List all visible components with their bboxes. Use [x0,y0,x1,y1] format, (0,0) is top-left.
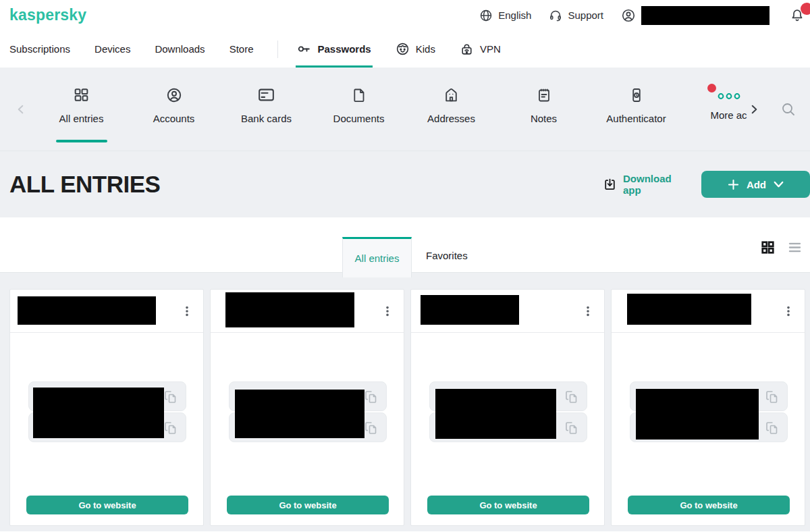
card-header [10,290,203,333]
category-more[interactable]: More ac [682,68,775,151]
card-header [411,290,604,333]
nav-subscriptions[interactable]: Subscriptions [9,30,70,68]
download-app-link[interactable]: Download app [603,173,685,196]
category-addresses[interactable]: Addresses [405,68,497,151]
tab-favorites[interactable]: Favorites [426,237,468,274]
nav-store[interactable]: Store [230,30,254,68]
copy-button[interactable] [161,388,180,406]
scroll-left-button[interactable] [15,103,27,115]
nav-label: Kids [416,43,435,55]
category-label: Addresses [427,113,475,124]
tab-label: Favorites [426,250,468,261]
nav-label: VPN [480,43,501,55]
copy-button[interactable] [161,419,180,437]
category-label: More ac [710,109,747,121]
category-all-entries[interactable]: All entries [35,68,128,151]
key-icon [297,42,311,56]
redacted-title [421,295,519,325]
redacted-values [235,390,364,438]
page-heading-section: ALL ENTRIES Download app Add [0,151,810,217]
download-icon [603,178,617,192]
redacted-title [225,292,354,327]
copy-button[interactable] [362,388,381,406]
card-menu-button[interactable] [779,302,798,321]
account-icon [165,86,183,104]
category-authenticator[interactable]: Authenticator [590,68,682,151]
category-accounts[interactable]: Accounts [128,68,220,151]
entry-card: Go to website [611,289,805,526]
page-title: ALL ENTRIES [9,171,160,198]
nav-devices[interactable]: Devices [94,30,130,68]
category-documents[interactable]: Documents [313,68,405,151]
nav-downloads[interactable]: Downloads [155,30,205,68]
support-label: Support [568,9,603,21]
search-button[interactable] [780,101,796,117]
go-to-website-button[interactable]: Go to website [628,496,790,514]
scroll-right-button[interactable] [748,103,760,115]
copy-button[interactable] [763,419,782,437]
go-to-website-button[interactable]: Go to website [26,496,188,514]
copy-icon [764,420,780,436]
card-menu-button[interactable] [578,302,597,321]
notifications-button[interactable] [790,8,805,23]
kebab-icon [181,305,193,317]
vpn-lock-icon [460,42,474,56]
account-menu[interactable] [621,6,770,25]
redacted-values [636,389,759,440]
copy-icon [564,389,580,405]
support-link[interactable]: Support [549,9,603,22]
redacted-values [33,388,164,438]
copy-button[interactable] [362,419,381,437]
entry-card: Go to website [210,289,404,526]
notification-badge [801,3,810,15]
language-selector[interactable]: English [479,9,531,22]
grid-view-button[interactable] [761,240,775,255]
nav-kids[interactable]: Kids [396,30,435,68]
entries-content: Go to website Go to website [0,273,810,531]
kaspersky-passwords-page: kaspersky English Support Subscriptions … [0,0,810,532]
entry-card: Go to website [9,289,204,526]
card-menu-button[interactable] [178,302,196,321]
go-to-website-button[interactable]: Go to website [227,496,389,514]
category-bank-cards[interactable]: Bank cards [220,68,313,151]
redacted-account-name [641,6,770,25]
go-to-website-button[interactable]: Go to website [427,496,589,514]
category-label: Bank cards [241,113,292,124]
copy-icon [163,389,179,405]
grid-view-icon [761,240,775,255]
redacted-title [18,296,156,325]
chevron-down-icon [774,181,784,188]
entry-card: Go to website [410,289,605,526]
nav-passwords[interactable]: Passwords [297,30,371,68]
redacted-title [627,294,751,325]
nav-label: Passwords [317,43,371,55]
nav-vpn[interactable]: VPN [460,30,501,68]
nav-label: Devices [94,43,130,55]
card-header [211,290,404,333]
kebab-icon [582,305,594,317]
add-button-label: Add [747,179,766,190]
card-menu-button[interactable] [378,302,397,321]
more-icon-wrap [718,92,740,101]
copy-icon [764,389,780,405]
add-button[interactable]: Add [701,171,810,198]
copy-button[interactable] [562,419,581,437]
copy-icon [363,420,379,436]
category-notes[interactable]: Notes [497,68,590,151]
redacted-values [435,389,556,439]
entries-tab-row: All entries Favorites [0,217,810,273]
copy-button[interactable] [562,388,581,406]
card-header [612,290,805,333]
tab-all-entries[interactable]: All entries [342,237,412,277]
globe-icon [479,9,493,22]
category-items: All entries Accounts Bank cards Document… [35,68,782,151]
copy-icon [163,420,179,436]
top-bar: kaspersky English Support [0,0,810,30]
copy-button[interactable] [763,388,782,406]
list-view-button[interactable] [788,240,802,255]
more-dots-icon [718,92,740,101]
kebab-icon [381,305,394,317]
nav-label: Store [230,43,254,55]
nav-divider [277,41,278,58]
main-navigation: Subscriptions Devices Downloads Store Pa… [0,30,810,68]
